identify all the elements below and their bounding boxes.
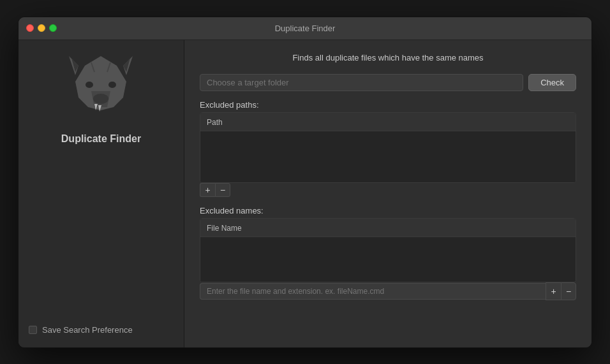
maximize-button[interactable] bbox=[49, 24, 57, 32]
svg-point-6 bbox=[108, 82, 116, 88]
paths-column-header: Path bbox=[207, 118, 223, 127]
save-preference-label: Save Search Preference bbox=[42, 325, 133, 335]
excluded-names-label: Excluded names: bbox=[200, 206, 576, 215]
minimize-button[interactable] bbox=[38, 24, 45, 32]
save-preference-checkbox-wrapper[interactable]: Save Search Preference bbox=[29, 325, 133, 335]
names-column-header: File Name bbox=[207, 224, 242, 233]
target-folder-row: Check bbox=[200, 74, 576, 91]
wolf-logo-icon bbox=[63, 53, 139, 123]
names-icon-buttons: + − bbox=[546, 282, 576, 300]
traffic-lights bbox=[26, 24, 57, 32]
svg-point-4 bbox=[93, 94, 108, 104]
svg-point-5 bbox=[86, 82, 93, 88]
names-table-body[interactable] bbox=[200, 237, 576, 282]
paths-table-header: Path bbox=[200, 113, 576, 131]
excluded-paths-label: Excluded paths: bbox=[200, 100, 576, 110]
app-name-label: Duplicate Finder bbox=[61, 133, 141, 145]
save-preference-checkbox[interactable] bbox=[29, 326, 37, 334]
name-input[interactable] bbox=[200, 283, 546, 300]
sidebar-top: Duplicate Finder bbox=[61, 53, 141, 145]
add-path-button[interactable]: + bbox=[200, 183, 215, 197]
paths-table-body[interactable] bbox=[200, 131, 576, 182]
window-title: Duplicate Finder bbox=[275, 24, 336, 33]
folder-input[interactable] bbox=[200, 74, 523, 91]
app-window: Duplicate Finder bbox=[18, 17, 592, 348]
titlebar: Duplicate Finder bbox=[19, 17, 591, 40]
remove-path-button[interactable]: − bbox=[215, 183, 230, 197]
main-content: Finds all duplicate files which have the… bbox=[184, 40, 591, 347]
subtitle-text: Finds all duplicate files which have the… bbox=[200, 53, 576, 62]
remove-name-button[interactable]: − bbox=[561, 282, 576, 300]
names-table-header: File Name bbox=[200, 219, 576, 237]
window-body: Duplicate Finder Save Search Preference … bbox=[19, 40, 591, 347]
excluded-names-section: Excluded names: File Name + − bbox=[200, 206, 576, 300]
close-button[interactable] bbox=[26, 24, 34, 32]
add-name-button[interactable]: + bbox=[546, 282, 561, 300]
names-table: File Name bbox=[200, 218, 576, 282]
paths-table: Path bbox=[200, 112, 576, 183]
names-input-row: + − bbox=[200, 282, 576, 300]
paths-controls: + − bbox=[200, 183, 576, 197]
excluded-paths-section: Excluded paths: Path + − bbox=[200, 100, 576, 197]
sidebar: Duplicate Finder Save Search Preference bbox=[19, 40, 184, 347]
sidebar-bottom: Save Search Preference bbox=[29, 325, 174, 335]
check-button[interactable]: Check bbox=[528, 74, 576, 91]
